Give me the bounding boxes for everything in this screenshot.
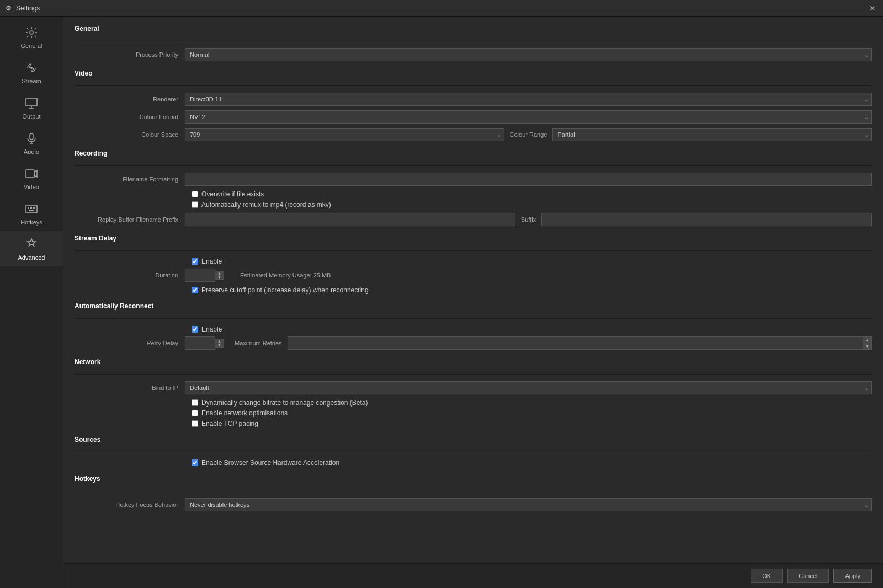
general-icon	[24, 25, 39, 40]
hotkeys-icon	[24, 201, 39, 217]
video-divider	[75, 85, 872, 86]
title-bar: ⚙ Settings ✕	[0, 0, 883, 17]
sidebar-item-video[interactable]: Video	[0, 161, 63, 196]
colour-space-wrapper: 709 601	[185, 128, 504, 141]
reconnect-enable-checkbox[interactable]	[192, 326, 198, 333]
svg-rect-4	[26, 170, 34, 178]
colour-space-select[interactable]: 709 601	[185, 128, 504, 141]
svg-rect-5	[26, 205, 37, 213]
replay-prefix-input[interactable]: Replay	[185, 213, 515, 226]
tcp-pacing-checkbox[interactable]	[192, 420, 198, 427]
process-priority-label: Process Priority	[75, 51, 185, 58]
process-priority-select[interactable]: Normal Above Normal High Below Normal Id…	[185, 48, 872, 61]
sidebar-item-stream[interactable]: Stream	[0, 55, 63, 90]
bind-to-ip-select[interactable]: Default	[185, 381, 872, 394]
reconnect-enable-row: Enable	[75, 325, 872, 333]
max-retries-up-btn[interactable]: ▲	[863, 337, 871, 343]
auto-remux-checkbox[interactable]	[192, 201, 198, 208]
process-priority-wrapper: Normal Above Normal High Below Normal Id…	[185, 48, 872, 61]
duration-group: 20 s ▲ ▼ Estimated Memory Usage: 25 MB	[185, 269, 872, 282]
replay-suffix-input[interactable]	[541, 213, 872, 226]
duration-down-btn[interactable]: ▼	[215, 275, 224, 279]
ok-button[interactable]: OK	[751, 569, 783, 583]
hotkeys-section: Hotkeys Hotkey Focus Behavior Never disa…	[75, 475, 872, 511]
general-section-title: General	[75, 25, 872, 35]
advanced-icon	[24, 237, 39, 252]
window-title: Settings	[16, 4, 40, 12]
retry-delay-down-btn[interactable]: ▼	[215, 343, 224, 347]
max-retries-spinner-btns: ▲ ▼	[863, 336, 872, 350]
process-priority-row: Process Priority Normal Above Normal Hig…	[75, 48, 872, 61]
colour-range-select[interactable]: Partial Full	[552, 128, 872, 141]
network-divider	[75, 374, 872, 375]
content-area: General Process Priority Normal Above No…	[63, 17, 883, 588]
recording-section-title: Recording	[75, 149, 872, 160]
colour-format-wrapper: NV12 I420 I444 RGB	[185, 110, 872, 124]
sidebar-hotkeys-label: Hotkeys	[20, 219, 42, 226]
svg-rect-7	[30, 207, 32, 209]
reconnect-enable-label: Enable	[201, 325, 222, 333]
svg-rect-8	[33, 207, 35, 209]
max-retries-down-btn[interactable]: ▼	[863, 343, 871, 349]
renderer-select[interactable]: Direct3D 11 OpenGL	[185, 93, 872, 106]
sidebar-item-general[interactable]: General	[0, 19, 63, 55]
duration-input[interactable]: 20 s	[185, 269, 215, 282]
network-optimisations-checkbox[interactable]	[192, 410, 198, 416]
duration-spinner: 20 s ▲ ▼	[185, 269, 229, 282]
cancel-button[interactable]: Cancel	[787, 569, 829, 583]
video-icon	[24, 166, 39, 181]
hotkeys-divider	[75, 491, 872, 491]
bind-to-ip-row: Bind to IP Default	[75, 381, 872, 394]
svg-rect-9	[29, 210, 34, 211]
browser-hw-accel-checkbox[interactable]	[192, 459, 198, 466]
apply-button[interactable]: Apply	[833, 569, 872, 583]
max-retries-input[interactable]: 20	[288, 336, 863, 350]
sidebar: General Stream Output	[0, 17, 63, 588]
dynamic-bitrate-row: Dynamically change bitrate to manage con…	[75, 399, 872, 407]
close-button[interactable]: ✕	[868, 3, 877, 13]
hotkey-focus-select[interactable]: Never disable hotkeys Disable when not i…	[185, 498, 872, 511]
preserve-cutoff-checkbox[interactable]	[192, 287, 198, 293]
replay-buffer-group: Replay Suffix	[185, 213, 872, 226]
retry-delay-spinner: 10 s ▲ ▼	[185, 336, 229, 350]
hotkey-focus-row: Hotkey Focus Behavior Never disable hotk…	[75, 498, 872, 511]
sidebar-stream-label: Stream	[22, 78, 41, 84]
stream-delay-enable-label: Enable	[201, 258, 222, 265]
svg-rect-2	[26, 98, 37, 106]
svg-point-1	[30, 67, 33, 69]
colour-format-row: Colour Format NV12 I420 I444 RGB	[75, 110, 872, 124]
colour-space-row: Colour Space 709 601 Colour Range Partia…	[75, 128, 872, 141]
dynamic-bitrate-checkbox[interactable]	[192, 399, 198, 406]
recording-divider	[75, 165, 872, 166]
sidebar-item-advanced[interactable]: Advanced	[0, 231, 63, 266]
retry-delay-input[interactable]: 10 s	[185, 336, 215, 350]
filename-formatting-row: Filename Formatting %CCYY-%MM-%DD %hh-%m…	[75, 173, 872, 186]
sidebar-audio-label: Audio	[24, 148, 39, 155]
colour-format-select[interactable]: NV12 I420 I444 RGB	[185, 110, 872, 124]
duration-up-btn[interactable]: ▲	[215, 271, 224, 275]
overwrite-checkbox[interactable]	[192, 191, 198, 197]
output-icon	[24, 95, 39, 111]
hotkey-focus-wrapper: Never disable hotkeys Disable when not i…	[185, 498, 872, 511]
hotkeys-section-title: Hotkeys	[75, 475, 872, 485]
sidebar-item-audio[interactable]: Audio	[0, 125, 63, 161]
retry-delay-up-btn[interactable]: ▲	[215, 339, 224, 343]
colour-format-label: Colour Format	[75, 114, 185, 120]
colour-range-label: Colour Range	[510, 131, 547, 138]
filename-formatting-label: Filename Formatting	[75, 176, 185, 183]
sidebar-item-output[interactable]: Output	[0, 90, 63, 125]
title-bar-text: ⚙ Settings	[6, 4, 40, 12]
sidebar-advanced-label: Advanced	[18, 254, 45, 261]
auto-reconnect-divider	[75, 318, 872, 319]
dynamic-bitrate-label: Dynamically change bitrate to manage con…	[201, 399, 368, 407]
recording-section: Recording Filename Formatting %CCYY-%MM-…	[75, 149, 872, 226]
browser-hw-accel-label: Enable Browser Source Hardware Accelerat…	[201, 459, 339, 467]
suffix-label: Suffix	[521, 216, 536, 223]
stream-delay-enable-checkbox[interactable]	[192, 258, 198, 265]
auto-reconnect-section-title: Automatically Reconnect	[75, 302, 872, 313]
filename-formatting-input[interactable]: %CCYY-%MM-%DD %hh-%mm-%ss	[185, 173, 872, 186]
stream-delay-enable-row: Enable	[75, 258, 872, 265]
renderer-wrapper: Direct3D 11 OpenGL	[185, 93, 872, 106]
sidebar-item-hotkeys[interactable]: Hotkeys	[0, 196, 63, 231]
duration-label: Duration	[75, 272, 185, 279]
